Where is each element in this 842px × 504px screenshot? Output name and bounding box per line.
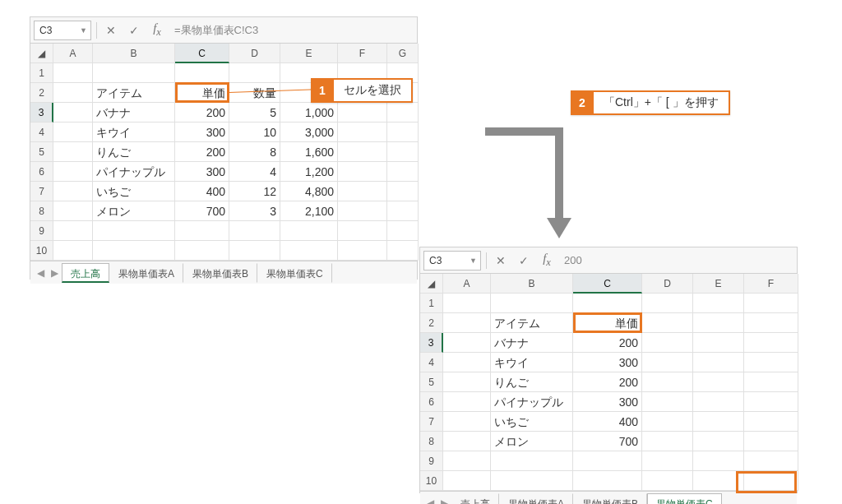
cell[interactable]: 3,000 — [280, 123, 338, 142]
cell[interactable] — [53, 162, 93, 182]
cell[interactable] — [693, 294, 744, 313]
row-header[interactable]: 2 — [30, 83, 53, 103]
cell[interactable] — [53, 142, 93, 162]
cell[interactable] — [338, 221, 387, 241]
row-header[interactable]: 1 — [30, 63, 53, 83]
cell[interactable]: メロン — [491, 432, 573, 451]
confirm-icon[interactable]: ✓ — [125, 21, 143, 39]
cell[interactable]: パイナップル — [93, 162, 175, 182]
cell[interactable]: キウイ — [491, 353, 573, 372]
cell[interactable] — [642, 451, 693, 471]
col-header[interactable]: B — [491, 274, 573, 294]
tab-nav-next-icon[interactable]: ▶ — [48, 267, 62, 279]
cell[interactable] — [53, 201, 93, 221]
cell[interactable]: 400 — [175, 182, 229, 201]
cell[interactable] — [744, 451, 798, 471]
cell[interactable] — [53, 123, 93, 142]
cell[interactable]: アイテム — [93, 83, 175, 103]
cell[interactable] — [744, 313, 798, 333]
cell[interactable]: アイテム — [491, 313, 573, 333]
cell[interactable] — [338, 182, 387, 201]
cell[interactable]: 8 — [229, 142, 280, 162]
cell[interactable] — [443, 392, 491, 412]
spreadsheet-grid[interactable]: ◢ A B C D E F G 1 2 アイテム 単価 数量 売上 3 バナナ … — [30, 44, 417, 261]
row-header[interactable]: 1 — [420, 294, 443, 313]
cell[interactable] — [642, 294, 693, 313]
cell[interactable] — [642, 333, 693, 353]
cell[interactable] — [642, 313, 693, 333]
cell[interactable] — [744, 294, 798, 313]
cell[interactable] — [93, 63, 175, 83]
sheet-tab[interactable]: 売上高 — [451, 493, 499, 505]
name-box[interactable]: C3 ▼ — [423, 251, 481, 270]
cancel-icon[interactable]: ✕ — [102, 21, 120, 39]
cell[interactable] — [744, 392, 798, 412]
select-all-corner[interactable]: ◢ — [420, 274, 443, 294]
sheet-tab[interactable]: 果物単価表C — [647, 493, 722, 505]
cell[interactable] — [744, 353, 798, 372]
cell[interactable] — [693, 412, 744, 432]
row-header[interactable]: 8 — [420, 432, 443, 451]
cell[interactable]: 200 — [573, 372, 642, 392]
col-header[interactable]: E — [280, 44, 338, 63]
row-header[interactable]: 10 — [30, 241, 53, 261]
cell[interactable] — [443, 451, 491, 471]
cell[interactable]: 300 — [573, 392, 642, 412]
cell[interactable]: 3 — [229, 201, 280, 221]
cell[interactable] — [491, 451, 573, 471]
cell[interactable] — [744, 412, 798, 432]
cell[interactable]: いちご — [491, 412, 573, 432]
cell[interactable] — [443, 432, 491, 451]
sheet-tab[interactable]: 果物単価表C — [257, 263, 332, 283]
cell[interactable] — [443, 294, 491, 313]
spreadsheet-grid[interactable]: ◢ A B C D E F 1 2 アイテム 単価 3 バナナ 200 4 キウ… — [420, 274, 797, 491]
name-box[interactable]: C3 ▼ — [34, 21, 91, 40]
cell[interactable] — [387, 182, 419, 201]
sheet-tab[interactable]: 果物単価表A — [499, 493, 573, 505]
cell[interactable] — [573, 471, 642, 491]
cell[interactable]: 400 — [573, 412, 642, 432]
row-header[interactable]: 2 — [420, 313, 443, 333]
cell[interactable] — [443, 412, 491, 432]
cell[interactable] — [387, 142, 419, 162]
cell[interactable]: バナナ — [491, 333, 573, 353]
cell[interactable] — [175, 63, 229, 83]
cell[interactable]: 1,000 — [280, 103, 338, 123]
cell[interactable] — [744, 333, 798, 353]
cell[interactable] — [387, 201, 419, 221]
row-header[interactable]: 4 — [30, 123, 53, 142]
cell[interactable]: 700 — [573, 432, 642, 451]
cell[interactable] — [387, 221, 419, 241]
cell[interactable] — [387, 241, 419, 261]
col-header[interactable]: E — [693, 274, 744, 294]
cell[interactable] — [338, 241, 387, 261]
cell[interactable] — [229, 63, 280, 83]
cell[interactable] — [338, 162, 387, 182]
sheet-tab[interactable]: 果物単価表B — [573, 493, 647, 505]
cell[interactable]: 単価 — [573, 313, 642, 333]
cell[interactable] — [229, 241, 280, 261]
cell[interactable] — [573, 451, 642, 471]
cell-selected[interactable]: 200 — [175, 103, 229, 123]
cell[interactable] — [693, 353, 744, 372]
col-header[interactable]: A — [53, 44, 93, 63]
cell[interactable] — [693, 372, 744, 392]
cell[interactable] — [443, 313, 491, 333]
row-header[interactable]: 5 — [30, 142, 53, 162]
cell[interactable] — [693, 392, 744, 412]
row-header[interactable]: 9 — [420, 451, 443, 471]
cell[interactable] — [693, 471, 744, 491]
cell[interactable]: 12 — [229, 182, 280, 201]
col-header[interactable]: G — [387, 44, 419, 63]
cell[interactable] — [642, 412, 693, 432]
row-header[interactable]: 9 — [30, 221, 53, 241]
cell[interactable]: 2,100 — [280, 201, 338, 221]
cell[interactable] — [443, 353, 491, 372]
cell[interactable] — [693, 451, 744, 471]
cell[interactable] — [642, 372, 693, 392]
cell[interactable]: りんご — [491, 372, 573, 392]
row-header[interactable]: 10 — [420, 471, 443, 491]
cell[interactable]: 300 — [175, 123, 229, 142]
cell[interactable] — [744, 432, 798, 451]
cell[interactable]: 700 — [175, 201, 229, 221]
